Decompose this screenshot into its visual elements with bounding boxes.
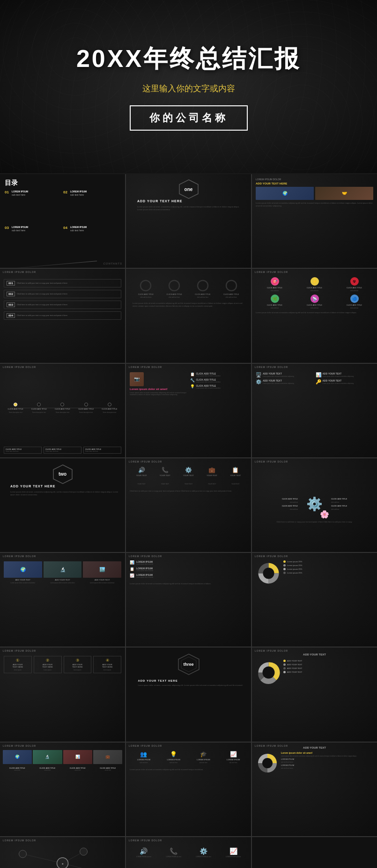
slide-pie3[interactable]: LOREM IPSUM DOLOR ADD YOUR TEXT Lorem ip… — [252, 743, 377, 836]
toc-num-2: 02 — [63, 190, 69, 194]
slide-gear[interactable]: LOREM IPSUM DOLOR CLICK ADD TITLE click … — [252, 458, 377, 552]
s13-img2: 🔬 — [44, 561, 82, 578]
s4-item3: 003 Click here to add your text or copy … — [4, 301, 121, 309]
slide-one[interactable]: one ADD YOUR TEXT HERE Lorem ipsum dolor… — [126, 174, 251, 268]
s7-pt3: CLICK ADD TITLE Some description text — [55, 403, 70, 413]
s8-ri1-icon: 📋 — [190, 372, 195, 376]
toc-title: 目录 — [5, 179, 120, 187]
s7-tl-lbl4: CLICK ADD TITLE — [78, 408, 94, 410]
s20-row: 👥 LOREM IPSUM sub text here 💡 LOREM IPSU… — [130, 751, 247, 764]
s7-tl-sub3: Some description text — [56, 412, 69, 413]
s15-leg1: Lorem ipsum 25% — [283, 560, 373, 563]
s16-item1: ① ADD YOURTEXT HERE lorem ipsum — [4, 656, 32, 673]
slide-timeline[interactable]: LOREM IPSUM DOLOR CLICK ADD TITLE Some d… — [0, 364, 125, 457]
s11-lbl5: YOUR TEXT — [230, 474, 241, 477]
s4-badge4: 004 — [7, 313, 15, 318]
s21-extra: LOREM IPSUM — [281, 758, 373, 760]
s19-labels: CLICK ADD TITLE some text CLICK ADD TITL… — [3, 767, 122, 771]
s3-desc: Lorem ipsum dolor sit amet consectetur a… — [256, 202, 373, 207]
slide-add-text-photos[interactable]: LOREM IPSUM DOLOR ADD YOUR TEXT HERE 🌍 🤝… — [252, 174, 377, 268]
toc-title-4: LOREM IPSUM — [70, 226, 87, 229]
slide-list-labels[interactable]: LOREM IPSUM DOLOR 📊 LOREM IPSUM Lorem ip… — [126, 553, 251, 647]
s7-points: CLICK ADD TITLE Some description text CL… — [4, 403, 121, 413]
s11-icon2: 📞 YOUR TEXT — [160, 467, 170, 477]
s14-item3: 📈 LOREM IPSUM Lorem ipsum dolor sit amet — [130, 574, 247, 578]
slide-two[interactable]: two ADD YOUR TEXT HERE Lorem ipsum dolor… — [0, 458, 125, 552]
s9-title3: ADD YOUR TEXT — [263, 379, 294, 382]
slide-pie2[interactable]: LOREM IPSUM DOLOR ADD YOUR TEXT ADD YOUR… — [252, 647, 377, 741]
slide-num-list[interactable]: LOREM IPSUM DOLOR 001 Click here to add … — [0, 269, 125, 362]
s20-person2: 💡 LOREM IPSUM sub text here — [167, 751, 180, 764]
s19-lbl2-sub: some text — [33, 769, 62, 771]
s21-pie-svg — [256, 751, 279, 775]
s7-tl-sub4: Some description text — [79, 412, 93, 413]
s20-label: LOREM IPSUM DOLOR — [129, 744, 162, 747]
toc-title-2: LOREM IPSUM — [70, 190, 87, 193]
s11-icon5: 📋 YOUR TEXT — [230, 467, 241, 477]
s8-img: 📷 — [130, 372, 144, 386]
s6-circle3: ☢ — [350, 277, 359, 286]
s16-item3: ③ ADD YOURTEXT HERE lorem ipsum — [64, 656, 92, 673]
toc-num-4: 04 — [63, 226, 69, 230]
s11-icon3: ⚙️ YOUR TEXT — [183, 467, 194, 477]
s20-psub2: sub text here — [170, 762, 177, 764]
slide-network[interactable]: LOREM IPSUM DOLOR ● LOREM IPSUM Lorem ip… — [0, 837, 125, 868]
s16-item4: ④ ADD YOURTEXT HERE lorem ipsum — [93, 656, 121, 673]
s13-lbl2: ADD YOUR TEXT — [55, 579, 70, 581]
slide-arrow-icons[interactable]: LOREM IPSUM DOLOR 🖥️ ADD YOUR TEXT Lorem… — [252, 364, 377, 457]
s6-lbl2: CLICK ADD TITLE — [307, 287, 322, 289]
slide-thankyou[interactable]: THANK YOU 你的文字 — [252, 837, 377, 868]
s5-lbl4: CLICK ADD TITLE — [223, 293, 239, 295]
s19-lbl1-sub: some text — [3, 769, 32, 771]
s16-n1: ① — [16, 658, 19, 662]
slide-icons-grid[interactable]: LOREM IPSUM DOLOR 🎯 CLICK ADD TITLE clic… — [252, 269, 377, 362]
s6-desc: Lorem ipsum dolor sit amet consectetur a… — [256, 311, 373, 314]
s16-n3: ③ — [76, 658, 79, 662]
s11-sub1: YOUR TEXT — [138, 483, 146, 485]
s13-img3: 🏙️ — [83, 561, 121, 578]
s16-items: ① ADD YOURTEXT HERE lorem ipsum ② ADD YO… — [4, 656, 121, 673]
s21-right: Lorem ipsum dolor sit amet! Lorem ipsum … — [281, 751, 373, 769]
s6-icon4: 🌿 CLICK ADD TITLE click add text — [256, 294, 294, 309]
svg-point-1 — [140, 280, 151, 291]
slide-people[interactable]: LOREM IPSUM DOLOR 👥 LOREM IPSUM sub text… — [126, 743, 251, 836]
slide-progress[interactable]: CLICK ADD TITLE click add text here CLIC… — [126, 269, 251, 362]
s12-right-items: CLICK ADD TITLE click add text CLICK ADD… — [331, 498, 347, 510]
slide-sound-small[interactable]: LOREM IPSUM DOLOR 🔊 LOREM IPSUM sub text… — [126, 837, 251, 868]
s9-item2: 📊 ADD YOUR TEXT Lorem ipsum dolor sit am… — [316, 372, 374, 377]
s11-sub3: YOUR TEXT — [185, 483, 192, 485]
s9-text1: ADD YOUR TEXT Lorem ipsum dolor sit amet… — [263, 372, 294, 377]
three-label: ADD YOUR TEXT HERE — [138, 679, 243, 682]
slide-pie[interactable]: LOREM IPSUM DOLOR Lorem ipsum 25% Lorem … — [252, 553, 377, 647]
s12-label: LOREM IPSUM DOLOR — [255, 460, 288, 463]
toc-item-1: 01 LOREM IPSUM sub text here — [5, 190, 62, 224]
slide-desc-mixed[interactable]: LOREM IPSUM DOLOR 📷 Lorem ipsum dolor si… — [126, 364, 251, 457]
s23-sym1: 🔊 — [140, 847, 148, 855]
s18-legend: ADD YOUR TEXT ADD YOUR TEXT ADD YOUR TEX… — [283, 660, 373, 673]
slide-sound-row[interactable]: LOREM IPSUM DOLOR 🔊 YOUR TEXT 📞 YOUR TEX… — [126, 458, 251, 552]
s20-plbl2: LOREM IPSUM — [167, 758, 180, 761]
slide-photos4[interactable]: LOREM IPSUM DOLOR 🌍 🔬 📊 💼 CLICK ADD TITL… — [0, 743, 125, 836]
s4-item4: 004 Click here to add your text or copy … — [4, 311, 121, 320]
slide-three[interactable]: three ADD YOUR TEXT HERE Lorem ipsum dol… — [126, 647, 251, 741]
s13-sub1: Lorem ipsum dolor sit amet consectetur — [11, 582, 36, 584]
s23-sub4: LOREM IPSUM sub text — [226, 856, 241, 858]
s19-lbl4: CLICK ADD TITLE some text — [94, 767, 123, 771]
slide-toc[interactable]: 目录 01 LOREM IPSUM sub text here 02 LOREM… — [0, 174, 125, 268]
s9-sub2: Lorem ipsum dolor sit amet consectetur a… — [323, 375, 354, 377]
s15-legtext2: Lorem ipsum 25% — [287, 564, 302, 566]
s6-circle5: 📡 — [310, 294, 319, 303]
s15-dot1 — [283, 560, 286, 563]
s4-badge1: 001 — [7, 281, 15, 286]
s6-icon6: 🔵 CLICK ADD TITLE click add text — [335, 294, 373, 309]
one-hex-shape: one — [178, 179, 199, 199]
s11-sub4: YOUR TEXT — [208, 483, 216, 485]
slide-four-num[interactable]: LOREM IPSUM DOLOR ① ADD YOURTEXT HERE lo… — [0, 647, 125, 741]
s11-sublabels: YOUR TEXT YOUR TEXT YOUR TEXT YOUR TEXT … — [130, 483, 247, 485]
s23-icon2: 📞 LOREM IPSUM sub text — [166, 847, 181, 858]
s5-sub2: click add text here — [169, 296, 180, 298]
slide-three-photos[interactable]: LOREM IPSUM DOLOR 🌍 ADD YOUR TEXT Lorem … — [0, 553, 125, 647]
s14-content2: LOREM IPSUM Lorem ipsum dolor sit amet — [136, 567, 153, 572]
s19-row1: 🌍 🔬 📊 💼 — [3, 750, 122, 764]
s21-content: Lorem ipsum dolor sit amet! Lorem ipsum … — [256, 751, 373, 775]
